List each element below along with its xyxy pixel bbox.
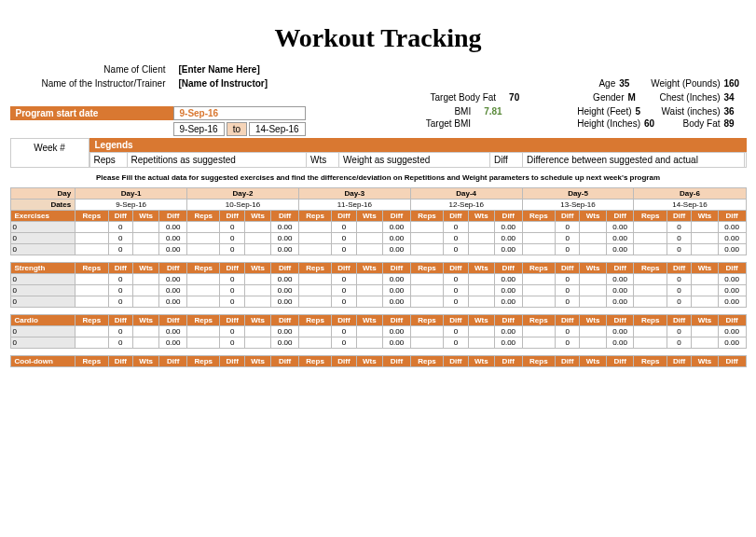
data-cell[interactable] bbox=[356, 326, 382, 337]
data-cell[interactable]: 0.00 bbox=[718, 274, 746, 285]
data-cell[interactable] bbox=[76, 222, 108, 233]
data-cell[interactable] bbox=[244, 337, 270, 349]
data-cell[interactable]: 0 bbox=[667, 274, 691, 285]
data-cell[interactable] bbox=[634, 337, 667, 349]
data-cell[interactable] bbox=[133, 233, 159, 244]
data-cell[interactable] bbox=[298, 285, 331, 296]
data-cell[interactable] bbox=[692, 222, 718, 233]
data-cell[interactable]: 0 bbox=[220, 337, 244, 349]
data-cell[interactable] bbox=[187, 296, 220, 308]
data-cell[interactable] bbox=[298, 274, 331, 285]
data-cell[interactable]: 0.00 bbox=[606, 296, 634, 308]
data-cell[interactable]: 0.00 bbox=[271, 296, 299, 308]
data-cell[interactable] bbox=[244, 244, 270, 255]
data-cell[interactable]: 0 bbox=[332, 337, 356, 349]
data-cell[interactable] bbox=[692, 337, 718, 349]
data-cell[interactable]: 0.00 bbox=[718, 296, 746, 308]
data-cell[interactable]: 0.00 bbox=[606, 285, 634, 296]
gender-value[interactable]: M bbox=[627, 92, 650, 103]
data-cell[interactable] bbox=[298, 326, 331, 337]
data-cell[interactable]: 0.00 bbox=[271, 274, 299, 285]
client-value[interactable]: [Enter Name Here] bbox=[179, 64, 260, 75]
data-cell[interactable]: 0.00 bbox=[718, 233, 746, 244]
data-cell[interactable] bbox=[634, 326, 667, 337]
data-cell[interactable] bbox=[133, 337, 159, 349]
data-cell[interactable]: 0 bbox=[332, 274, 356, 285]
data-cell[interactable] bbox=[692, 326, 718, 337]
data-cell[interactable]: 0.00 bbox=[271, 233, 299, 244]
week-start[interactable]: 9-Sep-16 bbox=[173, 122, 225, 136]
data-cell[interactable] bbox=[133, 285, 159, 296]
data-cell[interactable]: 0 bbox=[220, 222, 244, 233]
data-cell[interactable]: 0 bbox=[332, 296, 356, 308]
data-cell[interactable]: 0 bbox=[556, 274, 580, 285]
data-cell[interactable] bbox=[692, 285, 718, 296]
row-label[interactable]: 0 bbox=[10, 233, 76, 244]
data-cell[interactable] bbox=[244, 222, 270, 233]
data-cell[interactable] bbox=[580, 285, 606, 296]
data-cell[interactable]: 0.00 bbox=[271, 285, 299, 296]
row-label[interactable]: 0 bbox=[10, 285, 76, 296]
week-end[interactable]: 14-Sep-16 bbox=[249, 122, 306, 136]
data-cell[interactable] bbox=[298, 337, 331, 349]
data-cell[interactable] bbox=[692, 233, 718, 244]
data-cell[interactable] bbox=[522, 222, 555, 233]
data-cell[interactable] bbox=[187, 326, 220, 337]
data-cell[interactable] bbox=[356, 274, 382, 285]
row-label[interactable]: 0 bbox=[10, 274, 76, 285]
data-cell[interactable]: 0 bbox=[220, 285, 244, 296]
data-cell[interactable]: 0 bbox=[108, 285, 132, 296]
data-cell[interactable]: 0 bbox=[108, 296, 132, 308]
data-cell[interactable] bbox=[410, 274, 443, 285]
data-cell[interactable] bbox=[187, 274, 220, 285]
data-cell[interactable]: 0.00 bbox=[159, 222, 187, 233]
data-cell[interactable]: 0.00 bbox=[383, 285, 411, 296]
data-cell[interactable] bbox=[244, 296, 270, 308]
data-cell[interactable] bbox=[580, 296, 606, 308]
data-cell[interactable]: 0.00 bbox=[271, 337, 299, 349]
data-cell[interactable] bbox=[356, 285, 382, 296]
data-cell[interactable] bbox=[522, 244, 555, 255]
data-cell[interactable]: 0 bbox=[108, 244, 132, 255]
data-cell[interactable] bbox=[356, 337, 382, 349]
data-cell[interactable] bbox=[692, 244, 718, 255]
data-cell[interactable] bbox=[298, 222, 331, 233]
data-cell[interactable] bbox=[187, 233, 220, 244]
data-cell[interactable]: 0 bbox=[108, 222, 132, 233]
data-cell[interactable]: 0 bbox=[556, 337, 580, 349]
data-cell[interactable] bbox=[468, 233, 494, 244]
data-cell[interactable]: 0 bbox=[667, 285, 691, 296]
data-cell[interactable] bbox=[76, 337, 108, 349]
data-cell[interactable]: 0.00 bbox=[271, 222, 299, 233]
data-cell[interactable] bbox=[468, 337, 494, 349]
data-cell[interactable]: 0.00 bbox=[606, 326, 634, 337]
data-cell[interactable]: 0 bbox=[332, 285, 356, 296]
data-cell[interactable] bbox=[356, 222, 382, 233]
data-cell[interactable] bbox=[76, 326, 108, 337]
data-cell[interactable] bbox=[410, 326, 443, 337]
row-label[interactable]: 0 bbox=[10, 337, 76, 349]
data-cell[interactable]: 0.00 bbox=[494, 233, 522, 244]
tbf-value[interactable]: 70 bbox=[509, 92, 531, 103]
data-cell[interactable]: 0 bbox=[444, 222, 468, 233]
data-cell[interactable] bbox=[356, 244, 382, 255]
data-cell[interactable]: 0.00 bbox=[494, 222, 522, 233]
data-cell[interactable]: 0.00 bbox=[494, 285, 522, 296]
data-cell[interactable] bbox=[356, 233, 382, 244]
data-cell[interactable]: 0.00 bbox=[606, 244, 634, 255]
data-cell[interactable] bbox=[580, 274, 606, 285]
data-cell[interactable] bbox=[244, 285, 270, 296]
data-cell[interactable]: 0 bbox=[444, 285, 468, 296]
data-cell[interactable] bbox=[76, 244, 108, 255]
data-cell[interactable] bbox=[634, 285, 667, 296]
data-cell[interactable] bbox=[410, 233, 443, 244]
data-cell[interactable]: 0 bbox=[108, 337, 132, 349]
data-cell[interactable] bbox=[133, 326, 159, 337]
weight-value[interactable]: 160 bbox=[724, 78, 747, 89]
data-cell[interactable]: 0 bbox=[667, 337, 691, 349]
data-cell[interactable] bbox=[468, 285, 494, 296]
data-cell[interactable]: 0 bbox=[220, 274, 244, 285]
data-cell[interactable]: 0.00 bbox=[606, 222, 634, 233]
data-cell[interactable]: 0.00 bbox=[383, 244, 411, 255]
data-cell[interactable]: 0.00 bbox=[383, 337, 411, 349]
